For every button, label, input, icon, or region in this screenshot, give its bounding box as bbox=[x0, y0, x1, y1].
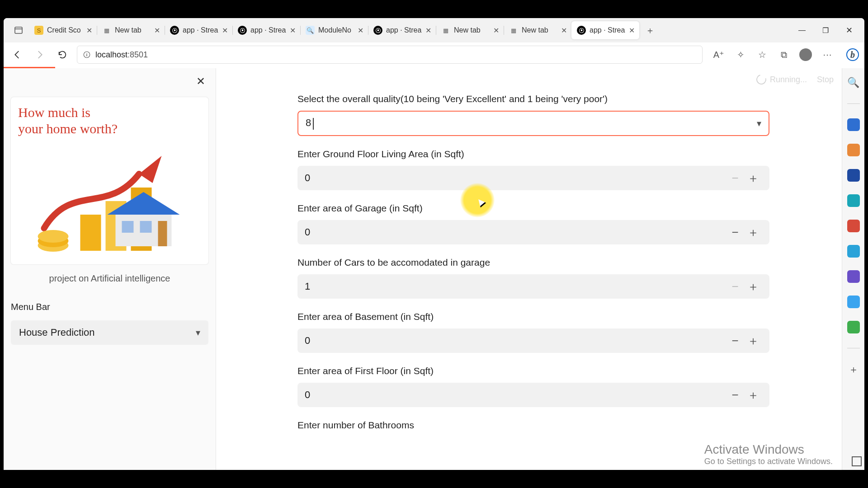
basement-input[interactable]: 0 − ＋ bbox=[297, 328, 769, 353]
search-icon[interactable]: 🔍 bbox=[847, 76, 860, 89]
favorites-icon[interactable]: ☆ bbox=[756, 48, 769, 61]
decrement-button[interactable]: − bbox=[726, 388, 744, 402]
tab[interactable]: 🔍 ModuleNo ✕ bbox=[300, 21, 368, 39]
form: Select the overall quality(10 being 'Ver… bbox=[297, 94, 769, 431]
tab[interactable]: ▦ New tab ✕ bbox=[504, 21, 571, 39]
sidebar-app-icon[interactable] bbox=[847, 169, 860, 182]
more-icon[interactable]: ⋯ bbox=[821, 48, 834, 61]
sidebar-app-icon[interactable] bbox=[847, 296, 860, 308]
tab[interactable]: ▦ New tab ✕ bbox=[97, 21, 165, 39]
field-label: Number of Cars to be accomodated in gara… bbox=[297, 257, 769, 268]
tab-title: ModuleNo bbox=[318, 26, 354, 34]
tab[interactable]: ▦ New tab ✕ bbox=[436, 21, 504, 39]
sidebar-app-icon[interactable] bbox=[847, 245, 860, 258]
quality-value: 8 bbox=[306, 117, 311, 128]
close-icon[interactable]: ✕ bbox=[154, 26, 160, 35]
sidebar-app-icon[interactable] bbox=[847, 220, 860, 232]
read-aloud-icon[interactable]: A⁺ bbox=[712, 48, 725, 61]
first-floor-input[interactable]: 0 − ＋ bbox=[297, 383, 769, 407]
sidebar-caption: project on Artificial intelligence bbox=[11, 273, 208, 284]
increment-button[interactable]: ＋ bbox=[744, 333, 762, 349]
close-window-icon[interactable]: ✕ bbox=[839, 21, 859, 39]
favicon: ⦿ bbox=[170, 26, 179, 35]
svg-rect-6 bbox=[80, 215, 101, 251]
favicon: ⦿ bbox=[238, 26, 247, 35]
sidebar-app-icon[interactable] bbox=[847, 321, 860, 333]
tab-strip: S Credit Sco ✕ ▦ New tab ✕ ⦿ app · Strea… bbox=[4, 18, 864, 42]
sidebar-app-icon[interactable] bbox=[847, 270, 860, 283]
increment-button[interactable]: ＋ bbox=[744, 279, 762, 295]
close-icon[interactable]: ✕ bbox=[86, 26, 92, 35]
field-basement: Enter area of Basement (in Sqft) 0 − ＋ bbox=[297, 311, 769, 353]
sidebar-image-card: How much is your home worth? bbox=[11, 97, 208, 264]
collections-icon[interactable]: ⧉ bbox=[778, 48, 790, 61]
garage-area-input[interactable]: 0 − ＋ bbox=[297, 220, 769, 244]
decrement-button[interactable]: − bbox=[726, 280, 744, 294]
sidebar-app-icon[interactable] bbox=[847, 194, 860, 207]
cars-input[interactable]: 1 − ＋ bbox=[297, 274, 769, 299]
menu-select[interactable]: House Prediction bbox=[11, 320, 208, 345]
increment-button[interactable]: ＋ bbox=[744, 225, 762, 240]
decrement-button[interactable]: − bbox=[726, 171, 744, 185]
close-icon[interactable]: ✕ bbox=[222, 26, 228, 35]
close-icon[interactable]: ✕ bbox=[629, 26, 635, 35]
tab[interactable]: ⦿ app · Strea ✕ bbox=[368, 21, 436, 39]
field-ground-floor: Enter Ground Floor Living Area (in Sqft)… bbox=[297, 149, 769, 190]
close-sidebar-button[interactable]: ✕ bbox=[194, 75, 208, 88]
running-status: Running... bbox=[756, 75, 807, 84]
site-info-icon[interactable] bbox=[83, 51, 91, 59]
new-tab-button[interactable]: ＋ bbox=[642, 22, 658, 38]
increment-button[interactable]: ＋ bbox=[744, 387, 762, 403]
streamlit-main: Running... Stop Select the overall quali… bbox=[216, 68, 864, 470]
close-icon[interactable]: ✕ bbox=[425, 26, 431, 35]
minimize-icon[interactable]: ― bbox=[792, 21, 812, 39]
tab-title: New tab bbox=[115, 26, 151, 34]
input-value: 1 bbox=[305, 281, 726, 292]
profile-avatar[interactable] bbox=[799, 48, 812, 61]
maximize-icon[interactable]: ❐ bbox=[816, 21, 835, 39]
svg-marker-5 bbox=[139, 156, 162, 183]
url-field[interactable]: localhost:8501 bbox=[77, 46, 703, 64]
close-icon[interactable]: ✕ bbox=[358, 26, 363, 35]
close-icon[interactable]: ✕ bbox=[561, 26, 567, 35]
tab[interactable]: S Credit Sco ✕ bbox=[29, 21, 97, 39]
sidebar-app-icon[interactable] bbox=[847, 144, 860, 156]
tab-active[interactable]: ⦿ app · Strea ✕ bbox=[571, 21, 639, 39]
back-button[interactable] bbox=[9, 47, 25, 63]
tab[interactable]: ⦿ app · Strea ✕ bbox=[232, 21, 300, 39]
sidebar-settings-icon[interactable] bbox=[852, 456, 862, 466]
tab-title: app · Strea bbox=[386, 26, 422, 34]
field-label: Select the overall quality(10 being 'Ver… bbox=[297, 94, 769, 104]
bing-button[interactable]: b bbox=[846, 48, 859, 61]
running-label: Running... bbox=[770, 75, 807, 84]
translate-icon[interactable]: ✧ bbox=[734, 48, 747, 61]
refresh-button[interactable] bbox=[54, 47, 71, 63]
decrement-button[interactable]: − bbox=[726, 334, 744, 348]
add-sidebar-app-button[interactable]: ＋ bbox=[849, 363, 859, 376]
field-label: Enter area of First Floor (in Sqft) bbox=[297, 366, 769, 376]
page-viewport: ✕ How much is your home worth? bbox=[4, 68, 864, 470]
close-icon[interactable]: ✕ bbox=[493, 26, 499, 35]
close-icon[interactable]: ✕ bbox=[290, 26, 296, 35]
divider bbox=[847, 348, 860, 348]
address-bar: localhost:8501 A⁺ ✧ ☆ ⧉ ⋯ b bbox=[4, 42, 864, 67]
input-value: 0 bbox=[305, 389, 726, 401]
field-label: Enter area of Garage (in Sqft) bbox=[297, 203, 769, 214]
menu-bar-label: Menu Bar bbox=[11, 302, 208, 312]
quality-select[interactable]: 8 bbox=[297, 111, 769, 136]
svg-point-11 bbox=[38, 230, 69, 243]
sidebar-app-icon[interactable] bbox=[847, 118, 860, 131]
tab[interactable]: ⦿ app · Strea ✕ bbox=[165, 21, 232, 39]
increment-button[interactable]: ＋ bbox=[744, 170, 762, 186]
field-overall-quality: Select the overall quality(10 being 'Ver… bbox=[297, 94, 769, 136]
streamlit-sidebar: ✕ How much is your home worth? bbox=[4, 68, 216, 470]
tab-actions-icon[interactable] bbox=[10, 22, 27, 39]
decrement-button[interactable]: − bbox=[726, 225, 744, 239]
forward-button[interactable] bbox=[32, 47, 48, 63]
newtab-icon: ▦ bbox=[441, 26, 450, 35]
chevron-down-icon bbox=[196, 327, 200, 338]
stop-button[interactable]: Stop bbox=[817, 75, 834, 84]
ground-floor-input[interactable]: 0 − ＋ bbox=[297, 166, 769, 190]
top-right-controls: Running... Stop bbox=[756, 75, 856, 84]
field-cars: Number of Cars to be accomodated in gara… bbox=[297, 257, 769, 299]
